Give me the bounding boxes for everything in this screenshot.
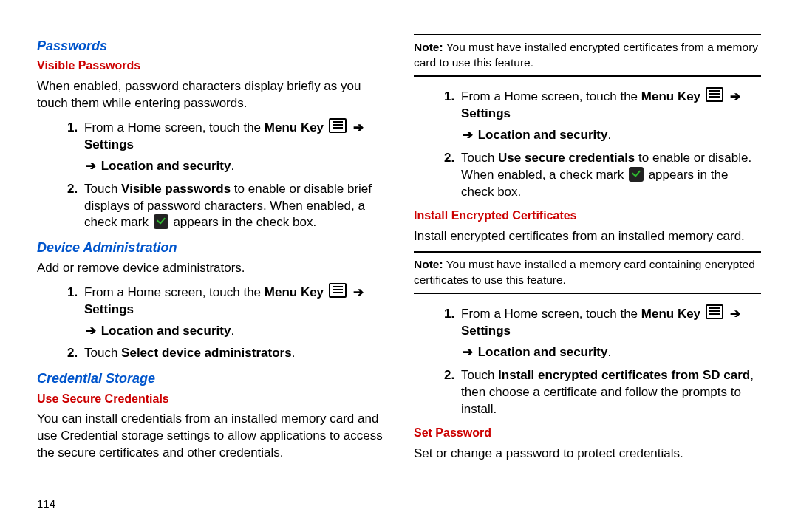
use-secure-credentials-label: Use secure credentials bbox=[498, 151, 635, 165]
arrow-icon: ➔ bbox=[729, 89, 742, 106]
settings-label: Settings bbox=[84, 302, 134, 316]
text: Touch bbox=[84, 346, 121, 360]
text: From a Home screen, touch the bbox=[461, 307, 641, 321]
menu-key-label: Menu Key bbox=[641, 89, 700, 103]
text: From a Home screen, touch the bbox=[461, 89, 641, 103]
location-security-label: Location and security bbox=[478, 345, 608, 359]
checkmark-icon bbox=[629, 167, 644, 182]
visible-passwords-steps: From a Home screen, touch the Menu Key ➔… bbox=[37, 118, 384, 232]
set-pw-desc: Set or change a password to protect cred… bbox=[414, 446, 761, 463]
step: Touch Use secure credentials to enable o… bbox=[458, 150, 761, 201]
note-use-secure: Note: You must have installed encrypted … bbox=[414, 34, 761, 77]
menu-key-label: Menu Key bbox=[641, 307, 700, 321]
arrow-icon: ➔ bbox=[729, 306, 742, 323]
text: appears in the check box. bbox=[173, 215, 316, 229]
note-label: Note: bbox=[414, 258, 443, 270]
visible-passwords-desc: When enabled, password characters displa… bbox=[37, 78, 384, 112]
section-device-admin: Device Administration bbox=[37, 239, 384, 256]
menu-key-icon bbox=[706, 304, 723, 319]
device-admin-steps: From a Home screen, touch the Menu Key ➔… bbox=[37, 283, 384, 363]
visible-passwords-label: Visible passwords bbox=[121, 182, 231, 196]
arrow-icon: ➔ bbox=[84, 323, 98, 340]
use-secure-desc: You can install credentials from an inst… bbox=[37, 411, 384, 462]
text: Touch bbox=[84, 182, 121, 196]
use-secure-steps: From a Home screen, touch the Menu Key ➔… bbox=[414, 87, 761, 201]
menu-key-icon bbox=[329, 118, 347, 133]
step: Touch Install encrypted certificates fro… bbox=[458, 367, 761, 418]
select-device-admins-label: Select device administrators bbox=[121, 346, 292, 360]
install-enc-steps: From a Home screen, touch the Menu Key ➔… bbox=[414, 304, 761, 418]
text: From a Home screen, touch the bbox=[84, 285, 265, 299]
subsection-visible-passwords: Visible Passwords bbox=[37, 58, 384, 74]
settings-label: Settings bbox=[461, 324, 511, 338]
arrow-icon: ➔ bbox=[352, 284, 365, 301]
checkmark-icon bbox=[154, 214, 168, 229]
step: From a Home screen, touch the Menu Key ➔… bbox=[81, 283, 384, 340]
section-passwords: Passwords bbox=[37, 37, 384, 55]
note-install-enc: Note: You must have installed a memory c… bbox=[414, 251, 761, 294]
step: Touch Visible passwords to enable or dis… bbox=[81, 181, 384, 232]
text: Touch bbox=[461, 368, 498, 382]
text: From a Home screen, touch the bbox=[84, 120, 265, 134]
step: From a Home screen, touch the Menu Key ➔… bbox=[458, 87, 761, 144]
menu-key-icon bbox=[706, 87, 723, 102]
menu-key-icon bbox=[329, 283, 347, 298]
note-text: You must have installed encrypted certif… bbox=[414, 41, 758, 69]
subsection-use-secure-credentials: Use Secure Credentials bbox=[37, 391, 384, 407]
step: From a Home screen, touch the Menu Key ➔… bbox=[458, 304, 761, 361]
location-security-label: Location and security bbox=[101, 324, 231, 338]
step: Touch Select device administrators. bbox=[81, 345, 384, 362]
text: Touch bbox=[461, 151, 498, 165]
menu-key-label: Menu Key bbox=[265, 120, 324, 134]
manual-page: Passwords Visible Passwords When enabled… bbox=[0, 0, 798, 532]
note-text: You must have installed a memory card co… bbox=[414, 258, 755, 286]
location-security-label: Location and security bbox=[101, 159, 231, 173]
subsection-set-password: Set Password bbox=[414, 425, 761, 441]
install-encrypted-label: Install encrypted certificates from SD c… bbox=[498, 368, 750, 382]
section-credential-storage: Credential Storage bbox=[37, 369, 384, 387]
page-number: 114 bbox=[37, 497, 55, 510]
settings-label: Settings bbox=[84, 137, 134, 151]
step: From a Home screen, touch the Menu Key ➔… bbox=[81, 118, 384, 175]
menu-key-label: Menu Key bbox=[265, 285, 324, 299]
note-label: Note: bbox=[414, 41, 443, 53]
set-pw-steps: From a Home screen, touch the Menu Key ➔… bbox=[791, 30, 798, 109]
install-enc-desc: Install encrypted certificates from an i… bbox=[414, 228, 761, 245]
arrow-icon: ➔ bbox=[461, 344, 474, 361]
device-admin-desc: Add or remove device administrators. bbox=[37, 260, 384, 277]
subsection-install-encrypted: Install Encrypted Certificates bbox=[414, 208, 761, 224]
arrow-icon: ➔ bbox=[461, 127, 474, 144]
arrow-icon: ➔ bbox=[84, 158, 98, 175]
arrow-icon: ➔ bbox=[352, 120, 365, 137]
location-security-label: Location and security bbox=[478, 128, 608, 142]
text: . bbox=[292, 346, 296, 360]
settings-label: Settings bbox=[461, 106, 511, 120]
